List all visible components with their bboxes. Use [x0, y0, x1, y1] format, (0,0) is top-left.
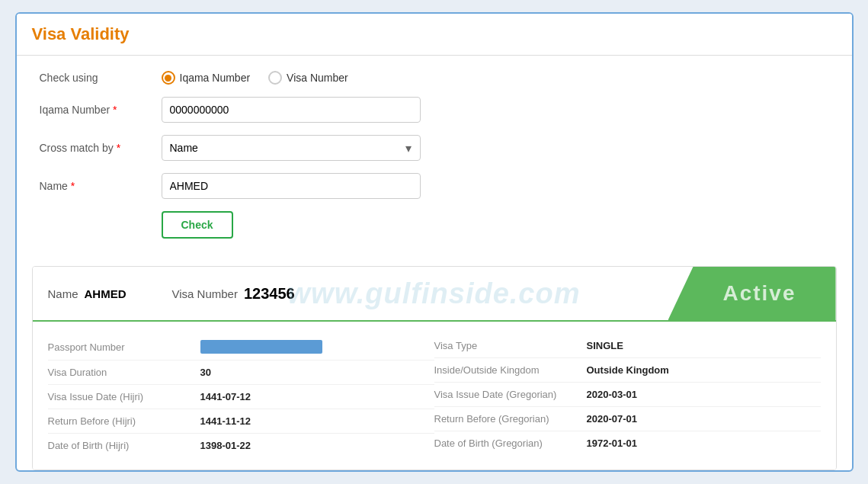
- detail-inside-outside: Inside/Outside Kingdom Outside Kingdom: [434, 358, 821, 383]
- check-using-radio-group: Iqama Number Visa Number: [162, 71, 348, 85]
- radio-visa-text: Visa Number: [287, 72, 348, 84]
- cross-match-select-wrapper: Name Date of Birth: [162, 135, 421, 161]
- name-required: *: [71, 180, 75, 192]
- page-title: Visa Validity: [32, 24, 130, 43]
- detail-dob-gregorian-value: 1972-01-01: [587, 438, 638, 449]
- name-row: Name *: [40, 173, 829, 199]
- result-name-value: AHMED: [85, 287, 127, 300]
- detail-visa-duration-value: 30: [200, 367, 211, 378]
- radio-visa-button[interactable]: [268, 71, 282, 85]
- check-button-row: Check: [40, 211, 829, 239]
- iqama-required: *: [113, 104, 117, 116]
- detail-dob-gregorian-label: Date of Birth (Gregorian): [434, 438, 587, 449]
- detail-return-hijri-label: Return Before (Hijri): [48, 415, 200, 427]
- name-input[interactable]: [162, 173, 421, 199]
- detail-visa-duration-label: Visa Duration: [48, 367, 200, 378]
- detail-visa-duration: Visa Duration 30: [48, 361, 434, 385]
- detail-visa-type-label: Visa Type: [434, 340, 587, 351]
- iqama-row: Iqama Number *: [40, 97, 829, 123]
- cross-match-row: Cross match by * Name Date of Birth: [40, 135, 829, 161]
- check-button[interactable]: Check: [162, 211, 233, 239]
- passport-bar: [200, 340, 322, 354]
- result-name-block: Name AHMED: [48, 279, 127, 308]
- detail-return-hijri: Return Before (Hijri) 1441-11-12: [48, 409, 434, 434]
- detail-return-gregorian-value: 2020-07-01: [587, 413, 638, 425]
- details-left: Passport Number Visa Duration 30 Visa Is…: [48, 334, 434, 457]
- result-visa-value: 123456: [244, 285, 295, 303]
- result-name-label: Name: [48, 287, 78, 300]
- detail-return-gregorian-label: Return Before (Gregorian): [434, 413, 587, 425]
- detail-issue-hijri-label: Visa Issue Date (Hijri): [48, 391, 200, 402]
- radio-visa-label[interactable]: Visa Number: [268, 71, 348, 85]
- watermark: www.gulfinside.com: [288, 277, 581, 310]
- form-section: Check using Iqama Number Visa Number Iqa…: [17, 56, 852, 258]
- detail-passport: Passport Number: [48, 334, 434, 361]
- header: Visa Validity: [17, 14, 852, 56]
- detail-return-hijri-value: 1441-11-12: [200, 415, 251, 427]
- detail-dob-hijri-value: 1398-01-22: [200, 440, 251, 451]
- detail-return-gregorian: Return Before (Gregorian) 2020-07-01: [434, 407, 821, 431]
- radio-iqama-button[interactable]: [162, 71, 175, 85]
- detail-issue-hijri-value: 1441-07-12: [200, 391, 251, 402]
- name-label: Name *: [40, 180, 162, 192]
- detail-passport-label: Passport Number: [48, 341, 200, 353]
- detail-dob-hijri-label: Date of Birth (Hijri): [48, 440, 200, 451]
- detail-dob-gregorian: Date of Birth (Gregorian) 1972-01-01: [434, 431, 821, 455]
- result-section: www.gulfinside.com Name AHMED Visa Numbe…: [32, 266, 837, 470]
- radio-iqama-label[interactable]: Iqama Number: [162, 71, 251, 85]
- active-badge-text: Active: [707, 281, 796, 306]
- detail-dob-hijri: Date of Birth (Hijri) 1398-01-22: [48, 434, 434, 457]
- result-visa-label: Visa Number: [172, 287, 238, 300]
- iqama-label: Iqama Number *: [40, 104, 162, 116]
- detail-inside-outside-label: Inside/Outside Kingdom: [434, 364, 587, 376]
- result-visa-block: Visa Number 123456: [172, 279, 295, 308]
- active-badge: Active: [668, 267, 836, 320]
- result-details: Passport Number Visa Duration 30 Visa Is…: [33, 320, 836, 470]
- check-using-label: Check using: [40, 72, 162, 84]
- detail-issue-gregorian: Visa Issue Date (Gregorian) 2020-03-01: [434, 383, 821, 407]
- detail-issue-hijri: Visa Issue Date (Hijri) 1441-07-12: [48, 385, 434, 409]
- result-header: www.gulfinside.com Name AHMED Visa Numbe…: [33, 267, 836, 320]
- cross-match-select[interactable]: Name Date of Birth: [162, 135, 421, 161]
- details-right: Visa Type SINGLE Inside/Outside Kingdom …: [434, 334, 821, 457]
- main-container: Visa Validity Check using Iqama Number V…: [15, 12, 854, 472]
- cross-match-label: Cross match by *: [40, 142, 162, 154]
- detail-visa-type-value: SINGLE: [587, 340, 623, 351]
- cross-match-required: *: [117, 142, 120, 154]
- details-grid: Passport Number Visa Duration 30 Visa Is…: [48, 334, 821, 457]
- iqama-input[interactable]: [162, 97, 421, 123]
- detail-visa-type: Visa Type SINGLE: [434, 334, 821, 358]
- detail-issue-gregorian-label: Visa Issue Date (Gregorian): [434, 389, 587, 400]
- detail-inside-outside-value: Outside Kingdom: [587, 364, 669, 376]
- detail-issue-gregorian-value: 2020-03-01: [587, 389, 638, 400]
- radio-iqama-text: Iqama Number: [180, 72, 251, 84]
- check-using-row: Check using Iqama Number Visa Number: [40, 71, 829, 85]
